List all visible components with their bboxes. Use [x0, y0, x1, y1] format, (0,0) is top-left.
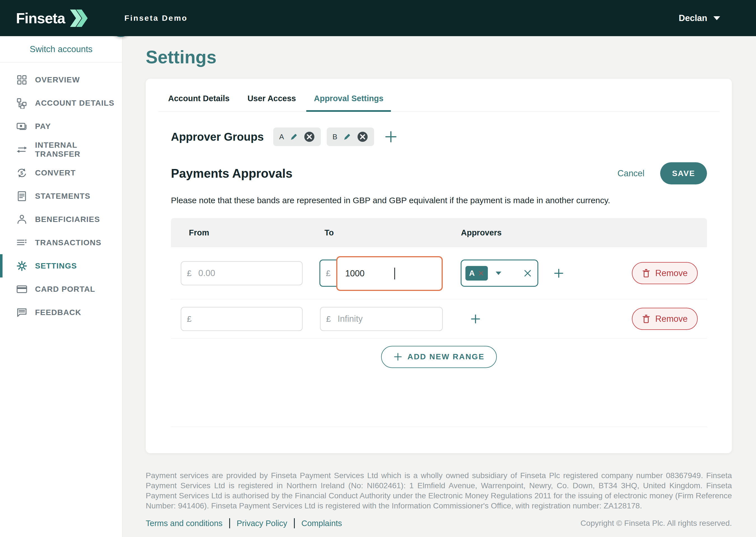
sidebar-item-pay[interactable]: PAY [0, 115, 122, 138]
banknote-icon [16, 121, 27, 132]
to-amount-input[interactable] [345, 268, 413, 279]
table-empty-area [171, 375, 707, 427]
privacy-policy-link[interactable]: Privacy Policy [237, 519, 288, 528]
select-caret-icon[interactable] [496, 271, 501, 275]
save-button[interactable]: SAVE [660, 162, 707, 185]
remove-range-button[interactable]: Remove [632, 262, 698, 284]
approver-group-chip-b: B [327, 128, 374, 146]
sidebar-item-account-details[interactable]: ACCOUNT DETAILS [0, 91, 122, 115]
plus-icon [385, 131, 397, 143]
add-new-range-button[interactable]: ADD NEW RANGE [381, 346, 497, 368]
circle-x-icon [357, 131, 368, 143]
sidebar-nav: OVERVIEW ACCOUNT DETAILS PAY INTERNAL TR… [0, 62, 122, 324]
footer-links-row: Terms and conditions Privacy Policy Comp… [146, 518, 732, 528]
arrows-left-right-icon [16, 144, 27, 155]
tab-account-details[interactable]: Account Details [161, 94, 237, 111]
sidebar-item-label: STATEMENTS [35, 192, 91, 201]
remove-range-button[interactable]: Remove [632, 308, 698, 330]
from-amount-field[interactable]: £ [181, 261, 302, 285]
terms-link[interactable]: Terms and conditions [146, 519, 222, 528]
payments-approvals-heading: Payments Approvals [171, 166, 293, 181]
sidebar-item-transactions[interactable]: TRANSACTIONS [0, 231, 122, 254]
approver-groups-row: Approver Groups A B [171, 128, 707, 146]
user-name: Declan [679, 13, 707, 23]
sidebar-item-label: OVERVIEW [35, 75, 80, 84]
plus-icon [393, 352, 402, 361]
sidebar-item-convert[interactable]: $ CONVERT [0, 161, 122, 185]
sidebar-item-settings[interactable]: SETTINGS [0, 254, 122, 277]
cancel-button[interactable]: Cancel [617, 168, 645, 179]
currency-symbol: £ [326, 268, 331, 278]
delete-group-button[interactable] [304, 131, 315, 143]
approver-chip: A [465, 266, 488, 280]
x-icon [523, 269, 532, 277]
approvers-select[interactable]: A [461, 260, 538, 287]
table-row: £ £ A [171, 247, 707, 299]
column-header-approvers: Approvers [461, 228, 501, 237]
trash-icon [642, 268, 650, 278]
to-amount-field[interactable]: £ [320, 307, 443, 331]
sidebar-item-internal-transfer[interactable]: INTERNAL TRANSFER [0, 138, 122, 161]
plus-icon [553, 268, 564, 279]
switch-accounts-link[interactable]: Switch accounts [0, 36, 122, 62]
sidebar-item-label: SETTINGS [35, 262, 77, 270]
currency-exchange-icon: $ [16, 167, 27, 179]
to-amount-input[interactable] [338, 314, 437, 324]
person-icon [16, 214, 27, 225]
from-amount-input[interactable] [198, 314, 297, 324]
sidebar-item-label: PAY [35, 122, 51, 131]
currency-symbol: £ [326, 314, 331, 324]
from-amount-field[interactable]: £ [181, 307, 302, 331]
logo-text: Finseta [16, 10, 65, 27]
sidebar-item-statements[interactable]: STATEMENTS [0, 185, 122, 208]
edit-group-button[interactable] [290, 133, 298, 141]
tab-bar: Account Details User Access Approval Set… [159, 94, 720, 112]
sidebar-item-card-portal[interactable]: CARD PORTAL [0, 277, 122, 301]
add-approver-button[interactable] [553, 268, 564, 279]
sidebar-item-label: BENEFICIARIES [35, 215, 100, 224]
approval-ranges-table: From To Approvers £ £ [171, 218, 707, 427]
tab-approval-settings[interactable]: Approval Settings [306, 94, 391, 112]
to-amount-focused-input[interactable] [336, 256, 443, 291]
tab-user-access[interactable]: User Access [240, 94, 303, 111]
add-group-button[interactable] [385, 131, 397, 143]
sidebar-item-label: CONVERT [35, 168, 76, 178]
approver-chip-label: A [469, 269, 475, 278]
sidebar-item-label: FEEDBACK [35, 308, 81, 317]
to-amount-field: £ [319, 260, 442, 287]
credit-card-icon [16, 284, 27, 295]
approval-settings-content: Approver Groups A B [171, 128, 707, 427]
table-header-row: From To Approvers [171, 218, 707, 247]
divider [294, 518, 295, 528]
from-amount-input[interactable] [198, 268, 297, 278]
currency-symbol: £ [187, 268, 192, 278]
sidebar-item-beneficiaries[interactable]: BENEFICIARIES [0, 208, 122, 231]
copyright-text: Copyright © Finseta Plc. All rights rese… [580, 519, 732, 528]
chip-remove-icon[interactable] [478, 270, 484, 276]
main-content: Settings Account Details User Access App… [123, 36, 756, 537]
settings-card: Account Details User Access Approval Set… [146, 79, 732, 453]
text-cursor [394, 268, 395, 279]
edit-group-button[interactable] [343, 133, 351, 141]
complaints-link[interactable]: Complaints [301, 519, 342, 528]
legal-text: Payment services are provided by Finseta… [146, 471, 732, 511]
workspace-name: Finseta Demo [124, 14, 188, 23]
add-approver-button[interactable] [470, 313, 481, 324]
approver-groups-heading: Approver Groups [171, 131, 264, 143]
chat-bubble-icon [16, 307, 27, 318]
user-menu[interactable]: Declan [679, 13, 720, 23]
payments-approvals-row: Payments Approvals Cancel SAVE [171, 162, 707, 185]
sidebar-item-feedback[interactable]: FEEDBACK [0, 301, 122, 324]
page-title: Settings [146, 47, 732, 67]
delete-group-button[interactable] [357, 131, 368, 143]
sidebar-item-overview[interactable]: OVERVIEW [0, 68, 122, 91]
table-row: £ £ Remove [171, 299, 707, 339]
sidebar-item-label: INTERNAL TRANSFER [35, 141, 122, 159]
group-name: B [333, 133, 338, 141]
finseta-logo: Finseta [0, 9, 89, 27]
top-bar: Finseta Finseta Demo Declan [0, 0, 756, 36]
select-clear-button[interactable] [523, 269, 532, 277]
gbp-note: Please note that these bands are represe… [171, 196, 707, 205]
sidebar-item-label: ACCOUNT DETAILS [35, 99, 114, 107]
approver-group-chip-a: A [273, 128, 321, 146]
